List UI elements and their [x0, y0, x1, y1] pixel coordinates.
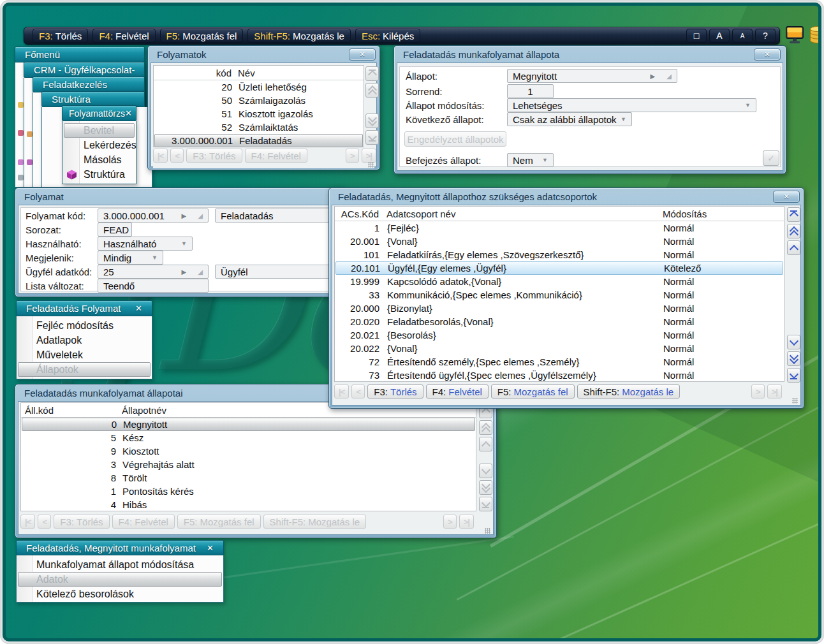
- menu-item[interactable]: Munkafolyamat állapot módosítása: [18, 557, 222, 572]
- table-row[interactable]: 19.999 Kapcsolódó adatok,{Vonal} Normál: [335, 275, 784, 288]
- first-record-button[interactable]: |<: [334, 384, 349, 399]
- prev-record-button[interactable]: <: [38, 515, 51, 529]
- last-record-button[interactable]: >|: [362, 149, 376, 163]
- menu-item[interactable]: Fejléc módosítás: [18, 318, 151, 333]
- next-record-button[interactable]: >: [751, 384, 765, 399]
- scroll-bottom-button[interactable]: [787, 368, 800, 383]
- table-row[interactable]: 20.021 {Besorolás} Normál: [335, 328, 784, 342]
- scroll-bottom-button[interactable]: [365, 130, 379, 145]
- pager-action-button[interactable]: F3:Törlés: [367, 384, 423, 399]
- field-folyamat-nev[interactable]: Feladatadás: [215, 209, 339, 223]
- field-sorrend[interactable]: 1: [507, 84, 554, 98]
- table-row[interactable]: 73 Értesítendő ügyfél,{Spec elemes ,Ügyf…: [335, 369, 784, 382]
- resize-grip[interactable]: [792, 398, 798, 404]
- next-record-button[interactable]: >: [443, 515, 457, 529]
- dropdown-kovetkezo-allapot[interactable]: Csak az alábbi állapotok ▼: [507, 112, 632, 126]
- scroll-page-up-button[interactable]: [787, 224, 800, 238]
- scroll-top-button[interactable]: [787, 207, 800, 222]
- first-record-button[interactable]: |<: [20, 515, 35, 529]
- database-icon[interactable]: [809, 26, 821, 44]
- table-row[interactable]: 72 Értesítendő személy,{Spec elemes ,Sze…: [335, 355, 784, 369]
- table-row[interactable]: 20.001 {Vonal} Normál: [335, 235, 784, 248]
- font-decrease-icon[interactable]: A: [732, 29, 753, 43]
- lookup-arrow-icon[interactable]: ▶: [182, 212, 187, 219]
- dropdown-allapot-modositas[interactable]: Lehetséges ▼: [507, 98, 756, 112]
- table-row[interactable]: 1 {Fejléc} Normál: [335, 221, 784, 235]
- font-increase-icon[interactable]: A: [709, 29, 730, 43]
- menu-item[interactable]: Lekérdezés: [64, 138, 135, 152]
- pager-action-button[interactable]: Shift-F5:Mozgatás le: [263, 515, 367, 529]
- scroll-up-button[interactable]: [479, 437, 492, 451]
- dropdown-hasznalhato[interactable]: Használható ▼: [98, 237, 193, 251]
- table-row[interactable]: 9 Kiosztott: [21, 444, 476, 458]
- resize-grip[interactable]: [485, 528, 490, 534]
- pager-action-button[interactable]: F3:Törlés: [186, 149, 242, 163]
- menu-titlebar-folyamattorzs[interactable]: Folyamattörzs ✕: [62, 105, 136, 121]
- menu-item[interactable]: Kötelező besorolások: [18, 587, 222, 601]
- scroll-page-up-button[interactable]: [479, 420, 492, 435]
- table-row[interactable]: 101 Feladatkiírás,{Egy elemes ,Szövegsze…: [335, 248, 784, 261]
- field-folyamat-kod[interactable]: 3.000.000.001 ▶ ◢: [98, 209, 209, 223]
- shortcut-button[interactable]: F3: Törlés: [33, 29, 88, 43]
- scroll-page-down-button[interactable]: [787, 351, 800, 366]
- table-row[interactable]: 5 Kész: [21, 431, 476, 444]
- field-sorozat[interactable]: FEAD: [98, 223, 132, 237]
- table-row[interactable]: 0 Megnyitott: [22, 418, 475, 431]
- table-row[interactable]: 3.000.000.001 Feladatadás: [154, 134, 363, 147]
- prev-record-button[interactable]: <: [351, 384, 365, 399]
- table-row[interactable]: 3 Végrehajtás alatt: [21, 458, 476, 471]
- shortcut-button[interactable]: F5: Mozgatás fel: [160, 29, 244, 43]
- field-allapot[interactable]: Megnyitott ▶ ◢: [507, 69, 677, 83]
- last-record-button[interactable]: >|: [767, 384, 782, 399]
- shortcut-button[interactable]: Esc: Kilépés: [355, 29, 420, 43]
- menu-titlebar-megnyitott-munkafolyamat[interactable]: Feladatadás, Megnyitott munkafolyamat ✕: [16, 540, 224, 555]
- window-titlebar[interactable]: Feladatadás munkafolyamat állapota: [394, 46, 786, 62]
- table-row[interactable]: 33 Kommunikáció,{Spec elemes ,Kommunikác…: [335, 288, 784, 302]
- scroll-page-up-button[interactable]: [365, 83, 379, 98]
- table-row[interactable]: 50 Számlaigazolás: [154, 94, 364, 107]
- first-record-button[interactable]: |<: [153, 149, 168, 163]
- table-row[interactable]: 52 Számlaiktatás: [154, 121, 364, 134]
- pager-action-button[interactable]: F4:Felvétel: [245, 149, 307, 163]
- close-icon[interactable]: ✕: [207, 543, 214, 553]
- lookup-arrow-icon[interactable]: ▶: [651, 73, 656, 80]
- lookup-arrow-icon[interactable]: ▶: [182, 268, 187, 275]
- close-icon[interactable]: ✕: [135, 304, 142, 313]
- pager-action-button[interactable]: F5:Mozgatás fel: [491, 384, 575, 399]
- table-row[interactable]: 4 Hibás: [21, 498, 476, 511]
- last-record-button[interactable]: >|: [459, 515, 474, 529]
- window-titlebar[interactable]: Feladatadás, Megnyitott állapothoz szüks…: [329, 188, 804, 205]
- pager-action-button[interactable]: F5:Mozgatás fel: [177, 515, 261, 529]
- pager-action-button[interactable]: F4:Felvétel: [112, 515, 175, 529]
- close-icon[interactable]: ✕: [125, 108, 132, 118]
- close-icon[interactable]: ✕: [349, 48, 376, 61]
- menu-titlebar-feladatadas-folyamat[interactable]: Feladatadás Folyamat ✕: [16, 300, 152, 316]
- menu-titlebar-feladatkezeles[interactable]: Feladatkezelés: [33, 77, 145, 92]
- dropdown-befejezes-allapot[interactable]: Nem ▼: [507, 153, 554, 167]
- scroll-page-down-button[interactable]: [479, 480, 492, 495]
- menu-titlebar-crm[interactable]: CRM - Ügyfélkapcsolat-kezelé: [24, 62, 145, 78]
- table-row[interactable]: 20.020 Feladatbesorolás,{Vonal} Normál: [335, 315, 784, 328]
- field-ugyfel-nev[interactable]: Ügyfél: [215, 265, 339, 279]
- window-titlebar[interactable]: Folyamat: [15, 188, 344, 205]
- table-row[interactable]: 20.000 {Bizonylat} Normál: [335, 302, 784, 315]
- menu-item[interactable]: Másolás: [64, 152, 135, 167]
- table-row[interactable]: 8 Törölt: [21, 471, 476, 485]
- dropdown-megjelenik[interactable]: Mindig ▼: [98, 251, 163, 265]
- monitor-icon[interactable]: [785, 26, 804, 44]
- close-icon[interactable]: ✕: [754, 48, 781, 61]
- next-record-button[interactable]: >: [346, 149, 359, 163]
- pager-action-button[interactable]: F3:Törlés: [54, 515, 109, 529]
- confirm-check-button[interactable]: ✓: [763, 150, 779, 166]
- pager-action-button[interactable]: F4:Felvétel: [426, 384, 489, 399]
- shortcut-button[interactable]: F4: Felvétel: [92, 29, 155, 43]
- scroll-down-button[interactable]: [479, 464, 492, 478]
- menu-titlebar-fomenu[interactable]: Főmenü: [15, 47, 145, 62]
- scroll-down-button[interactable]: [787, 335, 800, 349]
- help-icon[interactable]: ?: [755, 29, 776, 43]
- table-row[interactable]: 20 Üzleti lehetőség: [154, 80, 364, 94]
- prev-record-button[interactable]: <: [170, 149, 184, 163]
- shortcut-button[interactable]: Shift-F5: Mozgatás le: [247, 29, 351, 43]
- engedelyezett-allapotok-button[interactable]: Engedélyzett állapotok: [404, 131, 506, 147]
- close-icon[interactable]: ✕: [773, 191, 800, 203]
